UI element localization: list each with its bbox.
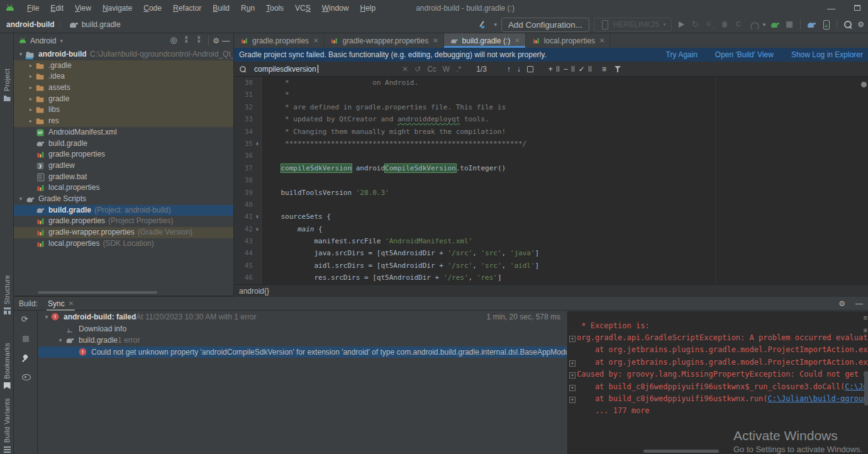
expand-stack-icon[interactable] xyxy=(568,370,577,379)
chevron-down-icon[interactable]: ▾ xyxy=(763,21,766,28)
whole-words-toggle[interactable]: W xyxy=(443,65,450,74)
scroll-to-end-icon[interactable]: ≡ xyxy=(864,326,867,334)
fold-marker-icon[interactable]: ∧ xyxy=(253,138,262,150)
console-horizontal-scrollbar[interactable] xyxy=(643,450,719,453)
fold-marker-icon[interactable]: ∨ xyxy=(253,211,262,223)
tree-chevron-icon[interactable]: ▸ xyxy=(26,60,35,72)
tree-chevron-icon[interactable]: ▾ xyxy=(16,49,25,60)
code-line[interactable]: 33 * updated by QtCreator and androiddep… xyxy=(234,113,868,125)
profiler-icon[interactable] xyxy=(734,19,744,30)
tree-chevron-icon[interactable]: ▸ xyxy=(26,104,35,116)
editor-tab-build-gradle-[interactable]: build.gradle (:)✕ xyxy=(444,33,526,48)
add-configuration-button[interactable]: Add Configuration... xyxy=(501,18,589,32)
menu-item-edit[interactable]: Edit xyxy=(45,0,69,16)
filter-view-icon[interactable] xyxy=(21,372,31,382)
close-tab-icon[interactable]: ✕ xyxy=(599,37,604,44)
tree-chevron-icon[interactable]: ▾ xyxy=(16,194,25,205)
stop-icon[interactable] xyxy=(784,19,794,30)
hide-build-panel-icon[interactable]: — xyxy=(855,299,863,308)
menu-item-refactor[interactable]: Refactor xyxy=(167,0,207,16)
tree-chevron-icon[interactable]: ▸ xyxy=(26,82,35,94)
run-icon[interactable] xyxy=(676,19,686,30)
project-tree-item[interactable]: local.properties(SDK Location) xyxy=(14,238,233,250)
next-match-icon[interactable]: ↓ xyxy=(517,65,521,74)
tool-stripe-project[interactable]: Project xyxy=(0,69,14,101)
expand-all-icon[interactable] xyxy=(182,36,192,46)
editor-tab-gradle-properties[interactable]: gradle.properties✕ xyxy=(234,33,324,48)
project-tree-item[interactable]: gradle.properties xyxy=(14,149,233,160)
project-tree-item[interactable]: ▸res xyxy=(14,116,233,127)
soft-wrap-icon[interactable]: ≡ xyxy=(864,314,867,321)
project-tree-item[interactable]: ▸libs xyxy=(14,104,233,116)
chevron-down-icon[interactable]: ▾ xyxy=(60,38,63,44)
filter-lines-icon[interactable]: ≡ xyxy=(602,65,606,74)
expand-stack-icon[interactable] xyxy=(568,382,577,391)
banner-action-open-build-view[interactable]: Open 'Build' View xyxy=(715,50,774,59)
tree-chevron-icon[interactable]: ▾ xyxy=(56,335,65,346)
upgrade-assistant-icon[interactable] xyxy=(806,19,816,30)
settings-gear-icon[interactable]: ⚙ xyxy=(857,20,864,29)
code-line[interactable]: 42∨ main { xyxy=(234,223,868,235)
minimize-button[interactable]: — xyxy=(827,4,835,13)
menu-item-file[interactable]: File xyxy=(21,0,45,16)
code-editor[interactable]: 30 * on Android.31 *32 * are defined in … xyxy=(234,77,868,284)
code-line[interactable]: 37 compileSdkVersion androidCompileSdkVe… xyxy=(234,162,868,174)
tree-chevron-icon[interactable]: ▸ xyxy=(26,116,35,127)
menu-item-tools[interactable]: Tools xyxy=(260,0,289,16)
previous-match-icon[interactable]: ↑ xyxy=(507,65,511,74)
editor-tab-local-properties[interactable]: local.properties✕ xyxy=(526,33,611,48)
close-tab-icon[interactable]: ✕ xyxy=(313,37,318,44)
search-filter-icon[interactable] xyxy=(613,64,623,74)
apply-changes-icon[interactable] xyxy=(691,19,701,30)
code-line[interactable]: 32 * are defined in gradle.properties fi… xyxy=(234,101,868,113)
project-tree-item[interactable]: ▸.gradle xyxy=(14,60,233,72)
stack-trace-link[interactable]: C:\Julian\build-qgroundco xyxy=(767,394,868,403)
profile-icon[interactable] xyxy=(748,19,759,30)
open-in-find-window-icon[interactable] xyxy=(527,66,533,72)
code-line[interactable]: 46 res.srcDirs = [qt5AndroidDir + '/res'… xyxy=(234,272,868,284)
console-vertical-scrollbar[interactable] xyxy=(864,371,868,406)
device-manager-icon[interactable] xyxy=(821,19,831,30)
re-sync-icon[interactable] xyxy=(21,315,31,325)
device-select[interactable]: HERELINK25 ▾ xyxy=(594,18,672,31)
close-tab-icon[interactable]: ✕ xyxy=(515,37,520,44)
search-everywhere-icon[interactable] xyxy=(843,19,853,30)
project-horizontal-scrollbar[interactable] xyxy=(38,291,157,294)
code-line[interactable]: 34 * Changing them manually might break … xyxy=(234,126,868,138)
project-tree-item[interactable]: AndroidManifest.xml xyxy=(14,127,233,138)
build-tree-item[interactable]: Download info xyxy=(38,323,567,335)
select-opened-file-icon[interactable] xyxy=(169,36,179,46)
project-tree-item[interactable]: gradlew xyxy=(14,160,233,172)
close-tab-icon[interactable]: ✕ xyxy=(433,37,438,44)
build-tree-item[interactable]: ▾build.gradle 1 error xyxy=(38,335,567,346)
menu-item-help[interactable]: Help xyxy=(354,0,381,16)
run-configuration-tool-icon[interactable] xyxy=(479,19,489,30)
run-with-coverage-icon[interactable] xyxy=(705,19,715,30)
project-tree-item[interactable]: ▸gradle xyxy=(14,94,233,105)
project-tree-item[interactable]: ▸assets xyxy=(14,82,233,94)
collapse-all-icon[interactable] xyxy=(194,36,204,46)
match-case-toggle[interactable]: Cc xyxy=(427,65,437,74)
menu-item-view[interactable]: View xyxy=(69,0,97,16)
project-tree-item[interactable]: build.gradle(Project: android-build) xyxy=(14,205,233,216)
search-input[interactable]: compilesdkversion xyxy=(254,65,396,74)
breadcrumb-project[interactable]: android-build xyxy=(6,20,55,29)
tool-stripe-bookmarks[interactable]: Bookmarks xyxy=(0,343,14,389)
select-all-occurrences-icon[interactable]: ✓ xyxy=(579,65,589,74)
project-tree-item[interactable]: gradlew.bat xyxy=(14,172,233,183)
project-tree-item[interactable]: build.gradle xyxy=(14,138,233,150)
banner-action-try-again[interactable]: Try Again xyxy=(666,50,698,59)
code-line[interactable]: 35∧ ************************************… xyxy=(234,138,868,150)
clear-search-icon[interactable]: ✕ xyxy=(402,65,408,74)
code-line[interactable]: 43 manifest.srcFile 'AndroidManifest.xml… xyxy=(234,235,868,247)
project-tree-item[interactable]: ▾Gradle Scripts xyxy=(14,194,233,205)
project-tree-item[interactable]: local.properties xyxy=(14,182,233,194)
add-occurrence-icon[interactable]: + xyxy=(548,65,557,74)
code-line[interactable]: 36 xyxy=(234,150,868,162)
editor-tab-gradle-wrapper-properties[interactable]: gradle-wrapper.properties✕ xyxy=(324,33,443,48)
close-tab-icon[interactable]: ✕ xyxy=(69,300,74,307)
hide-panel-icon[interactable]: — xyxy=(222,36,230,45)
menu-item-run[interactable]: Run xyxy=(235,0,260,16)
expand-stack-icon[interactable] xyxy=(568,358,577,367)
panel-settings-gear-icon[interactable]: ⚙ xyxy=(213,36,220,45)
